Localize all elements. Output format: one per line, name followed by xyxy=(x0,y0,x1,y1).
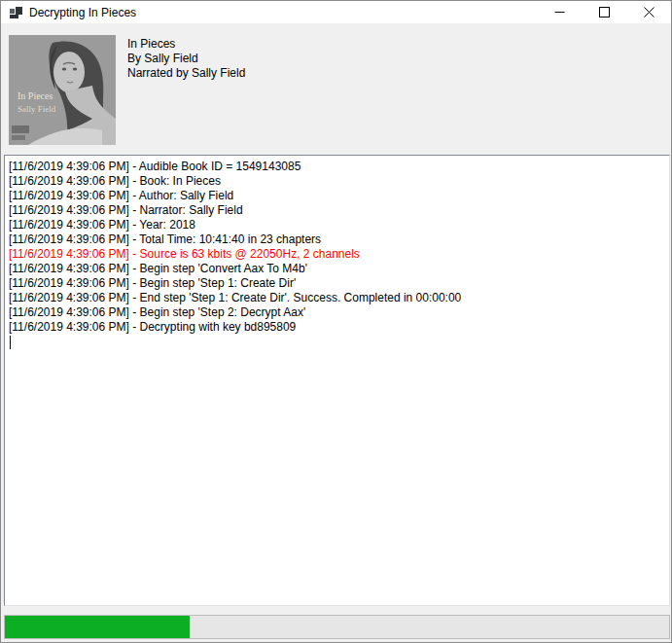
log-line: [11/6/2019 4:39:06 PM] - Source is 63 kb… xyxy=(9,247,665,262)
progress-bar xyxy=(4,615,670,639)
close-icon xyxy=(644,7,654,18)
log-line: [11/6/2019 4:39:06 PM] - Author: Sally F… xyxy=(9,189,665,203)
log-line: [11/6/2019 4:39:06 PM] - Begin step 'Ste… xyxy=(9,276,665,291)
log-line: [11/6/2019 4:39:06 PM] - End step 'Step … xyxy=(9,291,665,305)
book-author: By Sally Field xyxy=(127,52,245,66)
log-line: [11/6/2019 4:39:06 PM] - Begin step 'Con… xyxy=(9,262,665,276)
title-bar[interactable]: Decrypting In Pieces xyxy=(1,1,671,23)
cover-badge-top xyxy=(12,125,29,133)
window-title: Decrypting In Pieces xyxy=(29,6,537,19)
close-button[interactable] xyxy=(626,1,671,23)
cover-badge-bottom xyxy=(12,135,25,140)
maximize-icon xyxy=(599,7,610,18)
maximize-button[interactable] xyxy=(582,1,626,23)
caption-buttons xyxy=(537,1,671,23)
log-line: [11/6/2019 4:39:06 PM] - Narrator: Sally… xyxy=(9,203,665,218)
log-line: [11/6/2019 4:39:06 PM] - Year: 2018 xyxy=(9,218,665,232)
log-line: [11/6/2019 4:39:06 PM] - Total Time: 10:… xyxy=(9,232,665,247)
book-info: In Pieces By Sally Field Narrated by Sal… xyxy=(127,37,245,81)
app-icon xyxy=(9,6,22,19)
book-title: In Pieces xyxy=(127,37,245,52)
text-caret xyxy=(10,336,11,349)
minimize-icon xyxy=(554,7,565,18)
log-line: [11/6/2019 4:39:06 PM] - Book: In Pieces xyxy=(9,174,665,189)
log-line: [11/6/2019 4:39:06 PM] - Begin step 'Ste… xyxy=(9,305,665,320)
book-cover-image: In Pieces Sally Field xyxy=(9,35,116,145)
progress-fill xyxy=(5,616,190,638)
minimize-button[interactable] xyxy=(537,1,582,23)
app-window: Decrypting In Pieces xyxy=(0,0,672,643)
log-line: [11/6/2019 4:39:06 PM] - Audible Book ID… xyxy=(9,160,665,174)
cover-title-text: In Pieces xyxy=(18,90,53,101)
book-narrator: Narrated by Sally Field xyxy=(127,66,245,81)
log-line: [11/6/2019 4:39:06 PM] - Decrypting with… xyxy=(9,320,665,335)
cover-author-text: Sally Field xyxy=(18,104,56,114)
log-output[interactable]: [11/6/2019 4:39:06 PM] - Audible Book ID… xyxy=(4,155,670,606)
log-lines: [11/6/2019 4:39:06 PM] - Audible Book ID… xyxy=(9,160,665,335)
